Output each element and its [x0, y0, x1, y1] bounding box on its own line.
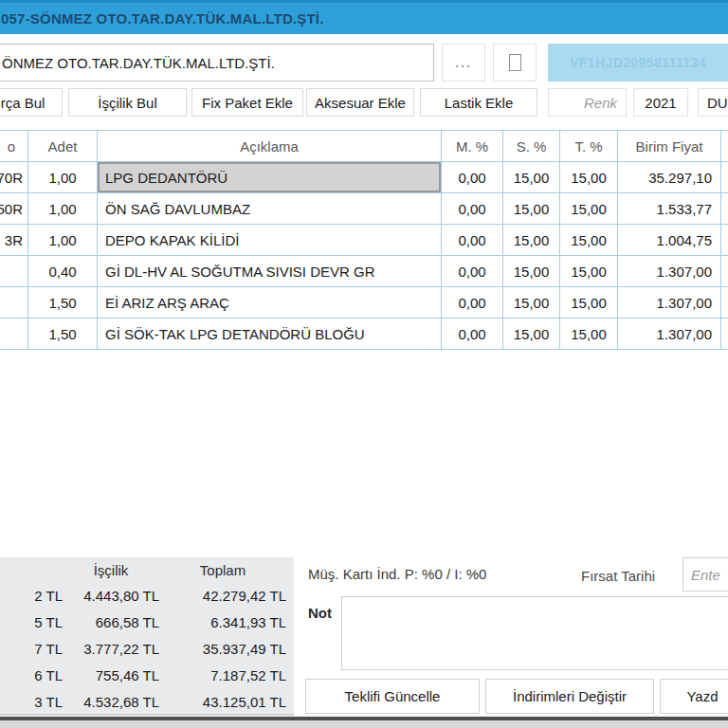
firsat-tarihi-input[interactable]	[682, 557, 728, 592]
header-m-pct: M. %	[442, 131, 503, 161]
app-window: 057-SÖNMEZ OTO.TAR.DAY.TÜK.MAL.LTD.ŞTİ. …	[0, 0, 728, 728]
cell-s-pct[interactable]: 15,00	[503, 225, 560, 255]
window-below-area	[0, 720, 728, 728]
cell-s-pct[interactable]: 15,00	[503, 193, 560, 224]
table-row[interactable]: 1,50 Eİ ARIZ ARŞ ARAÇ 0,00 15,00 15,00 1…	[0, 287, 728, 318]
cell-code[interactable]	[0, 256, 28, 286]
teklifi-guncelle-button[interactable]: Teklifi Güncelle	[305, 679, 480, 714]
cell-aciklama[interactable]: ÖN SAĞ DAVLUMBAZ	[98, 193, 442, 224]
cell-birim-fiyat[interactable]: 1.533,77	[618, 193, 721, 224]
cell-birim-fiyat[interactable]: 35.297,10	[618, 162, 721, 192]
vin-field[interactable]: VF1HJD20958111134	[548, 44, 728, 82]
cell-t-pct[interactable]: 15,00	[560, 256, 618, 286]
cell-code[interactable]: 70R	[0, 162, 28, 192]
window-title-bar: 057-SÖNMEZ OTO.TAR.DAY.TÜK.MAL.LTD.ŞTİ.	[0, 0, 728, 34]
cell-m-pct[interactable]: 0,00	[442, 193, 503, 224]
window-title: 057-SÖNMEZ OTO.TAR.DAY.TÜK.MAL.LTD.ŞTİ.	[0, 10, 324, 27]
cell-aciklama[interactable]: Gİ DL-HV AL SOĞUTMA SIVISI DEVR GR	[98, 256, 442, 286]
cell-t-pct[interactable]: 15,00	[560, 225, 618, 255]
fix-paket-ekle-button[interactable]: Fix Paket Ekle	[191, 88, 303, 117]
cell-s-pct[interactable]: 15,00	[503, 287, 560, 318]
cell-aciklama[interactable]: Eİ ARIZ ARŞ ARAÇ	[98, 287, 442, 318]
cell-s-pct[interactable]: 15,00	[503, 162, 560, 192]
ellipsis-icon: ...	[455, 55, 472, 70]
indirimleri-degistir-button[interactable]: İndirimleri Değiştir	[485, 679, 654, 714]
renk-input[interactable]	[548, 88, 627, 117]
table-row[interactable]: 3R 1,00 DEPO KAPAK KİLİDİ 0,00 15,00 15,…	[0, 225, 728, 256]
cell-adet[interactable]: 1,00	[28, 193, 98, 224]
cell-adet[interactable]: 1,00	[28, 162, 98, 192]
cell-m-pct[interactable]: 0,00	[442, 256, 503, 286]
cell-m-pct[interactable]: 0,00	[442, 225, 503, 255]
summary-header-iscilik: İşçilik	[63, 562, 159, 578]
summary-toplam-value: 43.125,01 TL	[159, 694, 290, 710]
cell-t-pct[interactable]: 15,00	[560, 193, 618, 224]
summary-parca-value: 5 TL	[0, 614, 63, 630]
cell-birim-fiyat[interactable]: 1.307,00	[618, 256, 721, 286]
aksesuar-ekle-button[interactable]: Aksesuar Ekle	[306, 88, 414, 117]
document-icon	[509, 54, 521, 71]
cell-code[interactable]: 3R	[0, 225, 28, 255]
header-aciklama: Açıklama	[98, 131, 442, 161]
cell-aciklama-selected[interactable]: LPG DEDANTÖRÜ	[98, 162, 442, 192]
lastik-ekle-button[interactable]: Lastik Ekle	[420, 88, 537, 117]
header-no: o	[0, 131, 28, 161]
model-name-field[interactable]: DU	[698, 88, 728, 117]
cell-adet[interactable]: 1,50	[28, 318, 98, 349]
table-header-row: o Adet Açıklama M. % S. % T. % Birim Fiy…	[0, 130, 728, 162]
note-label: Not	[308, 605, 332, 621]
cell-aciklama[interactable]: DEPO KAPAK KİLİDİ	[98, 225, 442, 255]
note-textarea[interactable]	[341, 596, 728, 670]
summary-row: 6 TL 755,46 TL 7.187,52 TL	[0, 662, 294, 688]
cell-birim-fiyat[interactable]: 1.004,75	[618, 225, 721, 255]
cell-adet[interactable]: 1,50	[28, 287, 98, 318]
vin-value: VF1HJD20958111134	[570, 55, 706, 70]
cell-aciklama[interactable]: Gİ SÖK-TAK LPG DETANDÖRÜ BLOĞU	[98, 318, 442, 349]
table-row[interactable]: 70R 1,00 LPG DEDANTÖRÜ 0,00 15,00 15,00 …	[0, 162, 728, 193]
cell-code[interactable]: 50R	[0, 193, 28, 224]
model-year-field[interactable]: 2021	[633, 88, 688, 117]
cell-m-pct[interactable]: 0,00	[442, 318, 503, 349]
cell-m-pct[interactable]: 0,00	[442, 287, 503, 318]
summary-iscilik-value: 4.532,68 TL	[63, 694, 159, 710]
summary-iscilik-value: 666,58 TL	[63, 614, 159, 630]
cell-s-pct[interactable]: 15,00	[503, 318, 560, 349]
items-table: o Adet Açıklama M. % S. % T. % Birim Fiy…	[0, 130, 728, 350]
customer-lookup-button[interactable]: ...	[442, 44, 485, 82]
cell-filler	[721, 287, 728, 318]
cell-birim-fiyat[interactable]: 1.307,00	[618, 318, 721, 349]
iscilik-bul-button[interactable]: İşçilik Bul	[68, 88, 187, 117]
cell-code[interactable]	[0, 287, 28, 318]
summary-row: 3 TL 4.532,68 TL 43.125,01 TL	[0, 688, 294, 715]
cell-filler	[721, 318, 728, 349]
summary-row: 7 TL 3.777,22 TL 35.937,49 TL	[0, 635, 294, 662]
cell-filler	[721, 162, 728, 192]
cell-t-pct[interactable]: 15,00	[560, 287, 618, 318]
cell-t-pct[interactable]: 15,00	[560, 162, 618, 192]
cell-adet[interactable]: 0,40	[28, 256, 98, 286]
cell-code[interactable]	[0, 318, 28, 349]
summary-parca-value: 3 TL	[0, 694, 63, 710]
cell-s-pct[interactable]: 15,00	[503, 256, 560, 286]
customer-name-input[interactable]	[0, 44, 434, 82]
parca-bul-button[interactable]: rça Bul	[0, 88, 63, 117]
cell-t-pct[interactable]: 15,00	[560, 318, 618, 349]
document-button[interactable]	[493, 44, 537, 82]
cell-m-pct[interactable]: 0,00	[442, 162, 503, 192]
table-row[interactable]: 0,40 Gİ DL-HV AL SOĞUTMA SIVISI DEVR GR …	[0, 256, 728, 287]
cell-birim-fiyat[interactable]: 1.307,00	[618, 287, 721, 318]
yazdir-button[interactable]: Yazd	[660, 679, 728, 714]
summary-row: 5 TL 666,58 TL 6.341,93 TL	[0, 609, 294, 635]
cell-adet[interactable]: 1,00	[28, 225, 98, 255]
table-row[interactable]: 50R 1,00 ÖN SAĞ DAVLUMBAZ 0,00 15,00 15,…	[0, 193, 728, 225]
header-filler	[721, 131, 728, 161]
table-row[interactable]: 1,50 Gİ SÖK-TAK LPG DETANDÖRÜ BLOĞU 0,00…	[0, 318, 728, 350]
summary-toplam-value: 6.341,93 TL	[159, 614, 290, 630]
summary-iscilik-value: 4.443,80 TL	[63, 588, 159, 604]
summary-iscilik-value: 755,46 TL	[63, 667, 159, 683]
cell-filler	[721, 225, 728, 255]
header-birim-fiyat: Birim Fiyat	[618, 131, 721, 161]
summary-toplam-value: 7.187,52 TL	[159, 667, 290, 683]
cell-filler	[721, 193, 728, 224]
customer-card-discount-label: Müş. Kartı İnd. P: %0 / I: %0	[308, 566, 486, 582]
